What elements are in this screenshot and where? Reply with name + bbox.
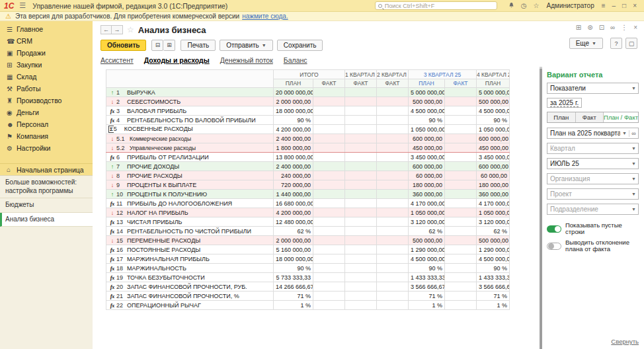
value-cell[interactable]: 1 %	[477, 301, 510, 310]
sidebar-item[interactable]: ♜Производство	[0, 95, 93, 106]
sidebar-item[interactable]: ☎CRM	[0, 35, 93, 47]
value-cell[interactable]	[377, 245, 409, 254]
value-cell[interactable]	[345, 153, 377, 162]
minimize-button[interactable]: –	[612, 2, 616, 9]
quarter-select[interactable]: Квартал ▼	[547, 143, 639, 154]
value-cell[interactable]: 1 440 000,00	[274, 190, 313, 199]
value-cell[interactable]: 62 %	[274, 227, 313, 236]
forward-button[interactable]: →	[112, 25, 123, 34]
value-cell[interactable]	[313, 199, 345, 208]
row-label-cell[interactable]: ↓15ПЕРЕМЕННЫЕ РАСХОДЫ	[106, 236, 274, 245]
row-label-cell[interactable]: fx17МАРЖИНАЛЬНАЯ ПРИБЫЛЬ	[106, 254, 274, 264]
column-group-header[interactable]: 2 КВАРТАЛ 25	[377, 70, 409, 79]
sidebar-item[interactable]: ⚒Работы	[0, 83, 93, 95]
value-cell[interactable]	[377, 106, 409, 116]
value-cell[interactable]: 180 000,00	[409, 180, 445, 190]
collapse-groups-icon[interactable]: ⊟	[151, 40, 163, 51]
value-cell[interactable]	[313, 88, 345, 97]
value-cell[interactable]: 360 000,00	[409, 190, 445, 199]
value-cell[interactable]: 4 500 000,00	[477, 254, 510, 264]
value-cell[interactable]	[445, 264, 477, 273]
value-cell[interactable]	[445, 199, 477, 208]
value-cell[interactable]	[445, 301, 477, 310]
column-subheader[interactable]: ФАКТ	[445, 79, 477, 88]
global-search[interactable]	[375, 1, 497, 10]
refresh-button[interactable]: Обновить	[101, 40, 146, 51]
value-cell[interactable]	[313, 264, 345, 273]
value-cell[interactable]	[377, 217, 409, 227]
value-cell[interactable]	[445, 134, 477, 143]
value-cell[interactable]: 1 050 000,00	[477, 208, 510, 217]
value-cell[interactable]	[445, 208, 477, 217]
project-select[interactable]: Проект ▼	[547, 188, 639, 200]
value-cell[interactable]	[377, 116, 409, 125]
value-cell[interactable]: 3 566 666,67	[409, 282, 445, 291]
value-cell[interactable]	[345, 88, 377, 97]
value-cell[interactable]	[377, 162, 409, 171]
column-subheader[interactable]: ФАКТ	[345, 79, 377, 88]
value-cell[interactable]: 450 000,00	[477, 143, 510, 153]
period-button[interactable]: за 2025 г.	[547, 98, 582, 108]
value-cell[interactable]: 4 500 000,00	[409, 254, 445, 264]
value-cell[interactable]	[345, 227, 377, 236]
value-cell[interactable]	[313, 282, 345, 291]
history-icon[interactable]: ◷	[521, 3, 527, 9]
row-label-cell[interactable]: ↑7ПРОЧИЕ ДОХОДЫ	[106, 162, 274, 171]
toggle-row[interactable]: Выводить отклонение плана от факта	[547, 239, 639, 253]
value-cell[interactable]: 600 000,00	[477, 162, 510, 171]
value-cell[interactable]: 240 000,00	[274, 171, 313, 180]
sidebar-item[interactable]: ⚙Настройки	[0, 142, 93, 154]
more-button[interactable]: Еще▼	[569, 38, 603, 49]
indicators-select[interactable]: Показатели ▼	[547, 83, 639, 94]
value-cell[interactable]: 1 %	[409, 301, 445, 310]
value-cell[interactable]	[345, 236, 377, 245]
column-group-header[interactable]: ИТОГО	[274, 70, 345, 79]
plan-select[interactable]: План на 2025 поквартально ▼ ∞	[547, 128, 639, 139]
value-cell[interactable]	[445, 97, 477, 106]
tab[interactable]: Денежный поток	[220, 56, 273, 67]
value-cell[interactable]: 500 000,00	[477, 97, 510, 106]
toggle-row[interactable]: Показывать пустые строки	[547, 222, 639, 236]
value-cell[interactable]: 500 000,00	[409, 97, 445, 106]
maximize-button[interactable]: □	[622, 2, 626, 9]
value-cell[interactable]: 90 %	[409, 116, 445, 125]
value-cell[interactable]: 1 433 333,33	[409, 273, 445, 282]
value-cell[interactable]: 3 450 000,00	[409, 153, 445, 162]
column-subheader[interactable]: ПЛАН	[477, 79, 510, 88]
sidebar-item[interactable]: ☻Персонал	[0, 118, 93, 130]
notifications-icon[interactable]	[508, 2, 514, 10]
row-label-cell[interactable]: ↑1ВЫРУЧКА	[106, 88, 274, 97]
value-cell[interactable]	[445, 180, 477, 190]
value-cell[interactable]	[445, 227, 477, 236]
row-label-cell[interactable]: fx4РЕНТАБЕЛЬНОСТЬ ПО ВАЛОВОЙ ПРИБЫЛИ	[106, 116, 274, 125]
value-cell[interactable]	[313, 301, 345, 310]
value-cell[interactable]: 18 000 000,00	[274, 254, 313, 264]
value-cell[interactable]	[345, 208, 377, 217]
print-button[interactable]: Печать	[181, 40, 216, 51]
sidebar-item[interactable]: ☰Главное	[0, 23, 93, 35]
row-label-cell[interactable]: ↑10ПРОЦЕНТЫ К ПОЛУЧЕНИЮ	[106, 190, 274, 199]
row-label-cell[interactable]: ↓12НАЛОГ НА ПРИБЫЛЬ	[106, 208, 274, 217]
column-subheader[interactable]: ПЛАН	[409, 79, 445, 88]
organization-select[interactable]: Организация ▼	[547, 173, 639, 184]
value-cell[interactable]: 1 050 000,00	[409, 125, 445, 134]
value-cell[interactable]	[313, 190, 345, 199]
value-cell[interactable]: 90 %	[274, 116, 313, 125]
row-label-cell[interactable]: fx3ВАЛОВАЯ ПРИБЫЛЬ	[106, 106, 274, 116]
value-cell[interactable]	[313, 180, 345, 190]
tab[interactable]: Доходы и расходы	[144, 56, 210, 67]
sidebar-item-home[interactable]: ⌂ Начальная страница	[0, 163, 93, 175]
toggle-off-icon[interactable]	[547, 243, 561, 250]
value-cell[interactable]	[377, 180, 409, 190]
row-label-cell[interactable]: fx6ПРИБЫЛЬ ОТ РЕАЛИЗАЦИИ	[106, 153, 274, 162]
panel-splitter[interactable]	[540, 68, 542, 349]
value-cell[interactable]: 4 200 000,00	[274, 125, 313, 134]
value-cell[interactable]: 720 000,00	[274, 180, 313, 190]
value-cell[interactable]	[377, 227, 409, 236]
sidebar-item[interactable]: ▦Склад	[0, 71, 93, 83]
row-label-cell[interactable]: fx21ЗАПАС ФИНАНСОВОЙ ПРОЧНОСТИ, %	[106, 291, 274, 301]
value-cell[interactable]: 2 000 000,00	[274, 97, 313, 106]
close-form-icon[interactable]: ×	[633, 24, 637, 31]
mode-option[interactable]: План	[547, 112, 576, 122]
value-cell[interactable]: 60 000,00	[477, 171, 510, 180]
